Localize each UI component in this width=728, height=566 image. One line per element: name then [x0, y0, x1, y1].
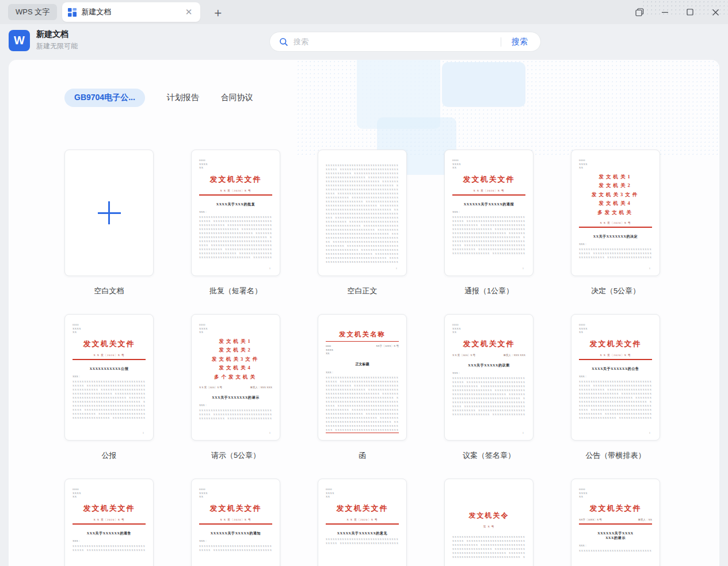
template-card[interactable]: 0000XXXXXX发文机关文件XX字〔20XX〕X 号签发人：XXXXXXXX… — [571, 479, 660, 566]
template-label: 批复（短署名） — [191, 286, 280, 296]
document-tab[interactable]: 新建文档 ✕ — [62, 2, 200, 22]
search-button[interactable]: 搜索 — [512, 37, 531, 47]
doc-number: X X 发〔2020〕X 号 — [73, 354, 146, 357]
minimize-button[interactable] — [652, 0, 677, 24]
doc-preview: 发文机关令第 X 号XXXXXXXXXXXXXXXXXXXXXXXXXXXXXX… — [445, 479, 533, 566]
tab-close-icon[interactable]: ✕ — [183, 7, 195, 17]
doc-number: X X 发〔2020〕X 号 — [452, 189, 525, 192]
doc-number: X X 发〔2020〕X 号 — [326, 518, 399, 521]
template-cell: 0000XXXXXX发文机关文件X X 发〔2020〕X 号XXXXXXXXXX… — [64, 314, 154, 461]
doc-red-rule — [579, 227, 652, 228]
doc-org-title: 发文机关文件 — [579, 503, 652, 514]
doc-subtitle: XXX关于XXXXXXX的请示 — [199, 395, 272, 400]
template-cell: XXXXXXXXXXXXXXXXXXXXXXXXXXXXXXXXXXXX XXX… — [318, 150, 407, 296]
doc-salutation: XXX： — [199, 404, 272, 407]
doc-subtitle: XXXXXX关于XXXXX的通知 — [199, 531, 272, 536]
doc-body-text: XXXXXXXXXXXXXXXXXXXXXXXXXXXXXXXXXXXX XXX… — [452, 535, 525, 559]
doc-preview: 0000XXXXXX发文机关文件X X 发〔2020〕X 号XXXXXX关于XX… — [445, 150, 533, 276]
doc-number: X X 发〔2020〕X 号 — [73, 518, 146, 521]
close-button[interactable] — [703, 0, 728, 24]
template-card[interactable]: 0000XXXXXX发文机关文件X X 发〔2020〕X 号XXXXXX关于XX… — [191, 479, 280, 566]
search-input[interactable]: 搜索 搜索 — [269, 32, 541, 52]
doc-salutation: XXX： — [199, 540, 272, 542]
doc-salutation: XXX： — [579, 375, 652, 378]
doc-number: X X 发〔2020〕X 号 — [579, 221, 652, 224]
halftone-decoration — [296, 60, 719, 155]
search-divider — [501, 37, 501, 47]
template-cell: 0000XXXXXX发文机关文件X X 发〔2020〕X 号XXXXXX关于XX… — [444, 150, 533, 296]
doc-salutation: XXX： — [579, 243, 652, 246]
template-card[interactable]: 0000XXXXXX发文机关文件X X 发〔2020〕X 号XXXX关于XXX的… — [191, 150, 280, 276]
maximize-button[interactable] — [677, 0, 703, 24]
doc-org-title: 发文机关4 — [579, 199, 652, 208]
template-card[interactable]: 0000XXXXXX发文机关文件X X 发〔2020〕X 号XXX关于XXXXX… — [64, 479, 154, 566]
template-label: 函 — [318, 450, 407, 461]
doc-org-title: 发文机关2 — [199, 346, 272, 355]
doc-number: XX字〔20XX〕X 号 — [376, 345, 399, 347]
doc-page-number: 1 — [523, 267, 524, 270]
doc-org-title: 发文机关文件 — [452, 174, 525, 185]
doc-number: XX字〔20XX〕X 号 — [579, 518, 602, 521]
doc-number-row: X X 发〔2020〕X 号签发人：XXX XXX — [452, 354, 525, 357]
template-cell: 空白文档 — [64, 150, 154, 296]
doc-org-title: 多个发文机关 — [199, 373, 272, 382]
doc-org-title: 发文机关文件 — [199, 503, 272, 514]
template-card[interactable]: 0000XXXXXX发文机关文件X X 发〔2020〕X 号XXXXX关于XXX… — [318, 479, 407, 566]
template-card[interactable]: XXXXXXXXXXXXXXXXXXXXXXXXXXXXXXXXXXXX XXX… — [318, 150, 407, 276]
doc-red-rule — [199, 194, 272, 196]
doc-meta-row: 0000XXXXXXXX字〔20XX〕X 号 — [326, 345, 399, 356]
tab-plan-report[interactable]: 计划报告 — [167, 93, 199, 103]
doc-preview: 0000XXXXXX发文机关文件X X 发〔2020〕X 号XXXXXXXXXX… — [65, 315, 153, 440]
doc-page-number: 1 — [143, 431, 144, 434]
doc-org-title: 发文机关2 — [579, 181, 652, 190]
doc-number: X X 发〔2020〕X 号 — [199, 518, 272, 521]
doc-body-text: XXXXXXXXXXXXXXXXXXXXXXXXXXXXXXXXXXXX XXX… — [579, 247, 652, 259]
template-card[interactable]: 发文机关令第 X 号XXXXXXXXXXXXXXXXXXXXXXXXXXXXXX… — [444, 479, 533, 566]
new-document-grid-icon — [68, 8, 77, 17]
doc-org-title: 发文机关1 — [579, 173, 652, 182]
template-cell: 0000XXXXXX发文机关文件X X 发〔2020〕X 号XXXXXX关于XX… — [191, 479, 280, 566]
doc-preview: 0000XXXXXX发文机关文件XX字〔20XX〕X 号签发人：XXXXXXXX… — [571, 479, 660, 566]
tab-gb9704[interactable]: GB9704电子公... — [64, 89, 145, 107]
template-card[interactable]: 0000XXXXXX发文机关1发文机关2发文机关3文件发文机关4多发文机关X X… — [571, 150, 660, 276]
doc-red-rule — [73, 359, 146, 360]
search-placeholder: 搜索 — [294, 37, 501, 47]
tab-overview-icon[interactable] — [627, 0, 652, 24]
doc-meta-lines: 0000XXXXXX — [326, 488, 399, 499]
new-tab-button[interactable]: ＋ — [207, 5, 228, 20]
template-card[interactable]: 0000XXXXXX发文机关文件X X 发〔2020〕X 号XXXXXX关于XX… — [444, 150, 533, 276]
page-subtitle: 新建无限可能 — [36, 41, 78, 51]
document-tab-label: 新建文档 — [81, 7, 182, 17]
doc-org-title: 发文机关文件 — [326, 503, 399, 514]
template-card[interactable]: 0000XXXXXX发文机关文件X X 发〔2020〕X 号签发人：XXX XX… — [444, 314, 533, 441]
category-tab-bar: GB9704电子公... 计划报告 合同协议 — [64, 89, 719, 107]
template-card[interactable]: 0000XXXXXX发文机关1发文机关2发文机关3文件发文机关4多个发文机关X … — [191, 314, 280, 441]
template-card[interactable] — [64, 150, 154, 276]
tab-contract[interactable]: 合同协议 — [221, 93, 253, 103]
doc-salutation: XXX： — [199, 211, 272, 213]
doc-preview: 0000XXXXXX发文机关文件X X 发〔2020〕X 号XXXXX关于XXX… — [318, 479, 406, 566]
template-card[interactable]: 0000XXXXXX发文机关文件X X 发〔2020〕X 号XXXXXXXXXX… — [64, 314, 154, 441]
page-header: W 新建文档 新建无限可能 搜索 搜索 — [0, 24, 728, 60]
template-cell: 0000XXXXXX发文机关文件X X 发〔2020〕X 号XXXX关于XXXX… — [571, 314, 660, 461]
app-menu-button[interactable]: WPS 文字 — [8, 4, 57, 20]
doc-number: 第 X 号 — [452, 525, 525, 528]
doc-subtitle: XXXX关于XXX的批复 — [199, 202, 272, 206]
template-grid: 空白文档0000XXXXXX发文机关文件X X 发〔2020〕X 号XXXX关于… — [64, 150, 719, 566]
doc-preview: 发文机关名称0000XXXXXXXX字〔20XX〕X 号正文标题XXX：XXXX… — [318, 315, 406, 440]
template-card[interactable]: 发文机关名称0000XXXXXXXX字〔20XX〕X 号正文标题XXX：XXXX… — [318, 314, 407, 441]
plus-icon — [98, 201, 121, 224]
doc-org-title: 发文机关1 — [199, 337, 272, 346]
doc-body-text: XXXXXXXXXXXXXXXXXXXXXXXXXXXXXXXXXXXX XXX… — [199, 544, 272, 552]
doc-signer: 签发人：XX — [638, 518, 653, 521]
doc-org-title: 发文机关名称 — [326, 330, 399, 339]
doc-subtitle: XXXXXX关于XXXXX的通报 — [452, 202, 525, 206]
doc-red-rule — [579, 359, 652, 360]
template-card[interactable]: 0000XXXXXX发文机关文件X X 发〔2020〕X 号XXXX关于XXXX… — [571, 314, 660, 441]
doc-org-title: 发文机关3文件 — [199, 355, 272, 364]
doc-preview: 0000XXXXXX发文机关文件X X 发〔2020〕X 号签发人：XXX XX… — [445, 315, 533, 440]
doc-number: X X 发〔2020〕X 号 — [199, 189, 272, 192]
doc-body-text: XXXXXXXXXXXXXXXXXXXXXXXXXXXXXXXXXXXX XXX… — [73, 544, 146, 552]
template-label: 公告（带横排表） — [571, 450, 660, 461]
template-cell: 0000XXXXXX发文机关1发文机关2发文机关3文件发文机关4多个发文机关X … — [191, 314, 280, 461]
